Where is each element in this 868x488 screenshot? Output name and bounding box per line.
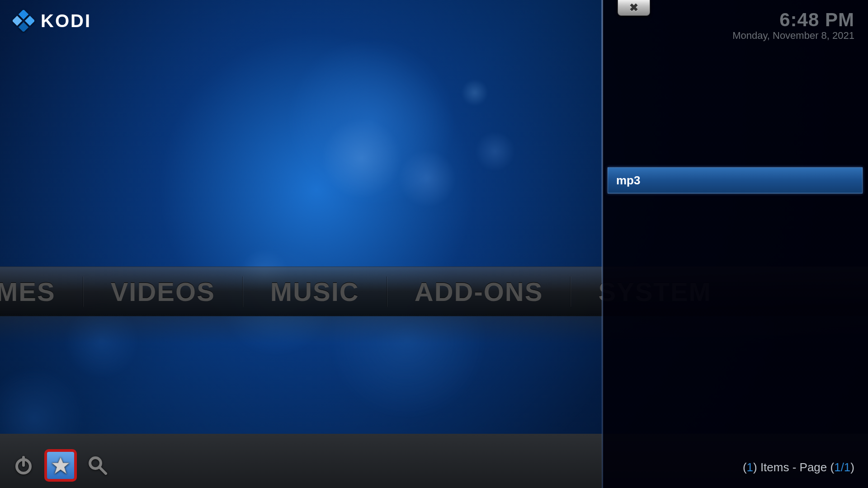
favorites-panel: ✖ 6:48 PM Monday, November 8, 2021 mp3 (… (602, 0, 868, 488)
bokeh-circle (321, 117, 402, 199)
star-icon (51, 455, 71, 475)
app-name: KODI (41, 11, 91, 31)
close-button[interactable]: ✖ (618, 0, 650, 16)
close-icon: ✖ (629, 2, 638, 13)
search-icon (87, 455, 108, 476)
kodi-logo-icon (13, 10, 34, 32)
nav-item-games[interactable]: GAMES (0, 277, 83, 307)
nav-label: ADD-ONS (415, 277, 543, 306)
favorites-button[interactable] (46, 451, 75, 480)
nav-label: GAMES (0, 277, 56, 306)
svg-marker-6 (52, 457, 70, 474)
svg-rect-3 (19, 22, 29, 32)
nav-label: MUSIC (270, 277, 359, 306)
power-button[interactable] (9, 451, 38, 480)
clock: 6:48 PM Monday, November 8, 2021 (732, 9, 854, 42)
search-button[interactable] (83, 451, 112, 480)
bokeh-circle (398, 149, 457, 208)
list-item-label: mp3 (616, 174, 640, 188)
power-icon (13, 455, 34, 476)
clock-date: Monday, November 8, 2021 (732, 30, 854, 42)
svg-rect-2 (13, 16, 22, 26)
list-item[interactable]: mp3 (608, 167, 863, 193)
footer-mid: ) Items - Page ( (753, 460, 834, 474)
svg-rect-0 (19, 10, 29, 19)
nav-label: VIDEOS (111, 277, 215, 306)
nav-item-videos[interactable]: VIDEOS (83, 277, 243, 307)
footer-close: ) (850, 460, 854, 474)
footer-page: 1/1 (834, 460, 850, 474)
svg-rect-1 (25, 16, 34, 26)
footer-count: 1 (747, 460, 753, 474)
favorites-list: mp3 (608, 167, 863, 193)
bokeh-circle (461, 79, 488, 106)
panel-status: (1) Items - Page (1/1) (743, 460, 854, 474)
nav-item-addons[interactable]: ADD-ONS (387, 277, 571, 307)
app-logo: KODI (13, 10, 91, 32)
svg-line-8 (99, 467, 106, 474)
footer-open: ( (743, 460, 747, 474)
bokeh-circle (475, 131, 515, 172)
clock-time: 6:48 PM (732, 9, 854, 31)
nav-item-music[interactable]: MUSIC (243, 277, 387, 307)
